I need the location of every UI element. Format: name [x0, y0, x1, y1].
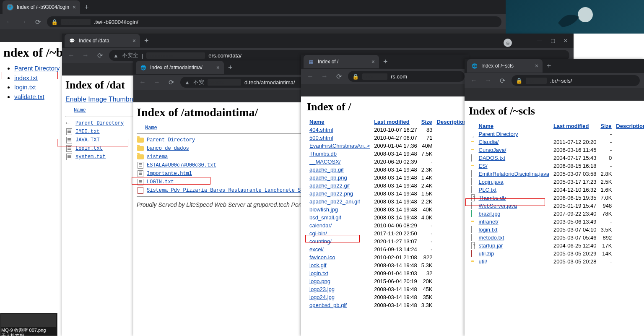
file-link[interactable]: Thumbs.db	[479, 195, 506, 201]
file-link[interactable]: IMEI.txt	[75, 129, 100, 135]
file-link[interactable]: lock.gif	[309, 262, 326, 268]
close-icon[interactable]: ×	[132, 37, 136, 44]
tab-active[interactable]: ▦ Index of / ×	[304, 55, 379, 68]
reload-button[interactable]: ⟳	[33, 17, 43, 27]
file-link[interactable]: startup.jar	[479, 242, 503, 249]
column-header[interactable]: Description	[616, 123, 644, 129]
list-item[interactable]: validate.txt	[14, 93, 44, 100]
file-link[interactable]: Parent Directory	[479, 131, 518, 137]
file-link[interactable]: PLC.txt	[479, 187, 497, 193]
profile-badge[interactable]: ◎	[504, 39, 512, 47]
back-button[interactable]: ←	[469, 76, 479, 86]
forward-button[interactable]: →	[18, 17, 29, 27]
file-link[interactable]: apache_pb.png	[309, 175, 347, 181]
back-button[interactable]: ←	[66, 50, 76, 60]
file-link[interactable]: CursoJava/	[479, 147, 506, 153]
close-icon[interactable]: ×	[535, 63, 538, 69]
file-link[interactable]: ESTALA#U00c7#U00c30.txt	[147, 162, 216, 168]
file-link[interactable]: Login.java	[479, 179, 504, 185]
file-link[interactable]: bsd_small.gif	[309, 214, 341, 221]
new-tab-button[interactable]: +	[543, 62, 556, 70]
file-link[interactable]: LOGIN.txt	[147, 179, 174, 185]
close-icon[interactable]: ×	[216, 64, 220, 71]
back-button[interactable]: ←	[305, 71, 315, 81]
list-item[interactable]: index.txt	[14, 74, 38, 81]
new-tab-button[interactable]: +	[379, 57, 392, 66]
file-link[interactable]: excel/	[309, 246, 324, 253]
file-link[interactable]: cgi-bin/	[309, 230, 327, 237]
column-header[interactable]: Name	[479, 123, 493, 129]
column-header[interactable]: Name	[309, 119, 324, 125]
reload-button[interactable]: ⟳	[166, 77, 176, 87]
forward-button[interactable]: →	[319, 71, 330, 81]
file-link[interactable]: favicon.ico	[309, 254, 335, 260]
reload-button[interactable]: ⟳	[95, 50, 105, 60]
back-button[interactable]: ←	[4, 17, 14, 27]
file-link[interactable]: logo24.jpg	[309, 294, 335, 300]
back-button[interactable]: ←	[138, 77, 148, 87]
taskbar-thumbnail[interactable]: MQ-9 收割者 007.png 无人机文档...	[0, 313, 57, 336]
file-link[interactable]: calendar/	[309, 222, 332, 229]
file-link[interactable]: counting/	[309, 238, 332, 245]
file-link[interactable]: login.txt	[309, 270, 328, 276]
new-tab-button[interactable]: +	[80, 3, 93, 12]
name-header[interactable]: Name	[74, 107, 86, 113]
file-link[interactable]: login.txt	[479, 227, 498, 233]
file-link[interactable]: EvanFirstChristmasAn..>	[309, 143, 370, 149]
file-link[interactable]: blowfish.jpg	[309, 206, 338, 213]
file-link[interactable]: util/	[479, 258, 487, 265]
url-input[interactable]: 🔒 xxxxxxx .tw/~b93004/login/	[47, 16, 501, 27]
file-link[interactable]: banco de dados	[147, 146, 189, 151]
tab-active[interactable]: 🌐 Index of /atmodaintima/ ×	[136, 61, 224, 74]
file-link[interactable]: brazil.jpg	[479, 211, 501, 217]
min-button[interactable]: —	[537, 38, 542, 44]
list-item[interactable]: login.txt	[14, 83, 36, 91]
list-item[interactable]: Parent Directory	[14, 65, 60, 72]
file-link[interactable]: Thumbs.db	[309, 151, 337, 157]
file-link[interactable]: JAVA.TXT	[75, 137, 100, 143]
file-link[interactable]: ES/	[479, 163, 488, 169]
max-button[interactable]: ▢	[551, 38, 555, 44]
file-link[interactable]: intranet/	[479, 219, 499, 225]
reload-button[interactable]: ⟳	[497, 76, 507, 86]
file-link[interactable]: system.txt	[75, 154, 106, 160]
file-link[interactable]: apache_pb22_ani.gif	[309, 198, 360, 205]
reload-button[interactable]: ⟳	[334, 71, 344, 81]
file-link[interactable]: openbsd_pb.gif	[309, 302, 347, 308]
file-link[interactable]: __MACOSX/	[309, 159, 340, 165]
column-header[interactable]: Description	[437, 119, 467, 125]
url-input[interactable]: 🔒 xxxx rs.com	[348, 71, 465, 82]
close-icon[interactable]: ×	[73, 4, 76, 10]
column-header[interactable]: Last modified	[374, 119, 410, 125]
file-link[interactable]: DADOS.txt	[479, 155, 506, 161]
file-link[interactable]: apache_pb22.gif	[309, 182, 350, 189]
tab-active[interactable]: 🌐 Index of /~scls ×	[467, 59, 543, 73]
file-link[interactable]: Claudia/	[479, 139, 499, 145]
new-tab-button[interactable]: +	[224, 63, 237, 72]
tab-active[interactable]: 💬 Index of /data ×	[65, 34, 140, 47]
file-link[interactable]: Importante.html	[147, 171, 192, 177]
file-link[interactable]: apache_pb.gif	[309, 167, 344, 173]
file-link[interactable]: WebServer.java	[479, 203, 517, 209]
file-link[interactable]: sistema	[147, 154, 168, 160]
file-link[interactable]: Parent Directory	[147, 137, 195, 143]
url-input[interactable]: 🔒 xxx .br/~scls/	[512, 75, 640, 86]
column-header[interactable]: Size	[601, 123, 612, 129]
close-window-button[interactable]: ✕	[564, 38, 568, 44]
file-link[interactable]: logo23.jpg	[309, 286, 335, 292]
close-icon[interactable]: ×	[371, 58, 375, 65]
file-link[interactable]: Login.txt	[75, 146, 103, 151]
file-link[interactable]: EmitirRelatorioDisciplina.java	[479, 171, 549, 177]
file-link[interactable]: 404.shtml	[309, 127, 333, 133]
forward-button[interactable]: →	[152, 77, 162, 87]
file-link[interactable]: logo.png	[309, 278, 330, 284]
new-tab-button[interactable]: +	[140, 36, 153, 45]
file-link[interactable]: util.zip	[479, 250, 494, 257]
forward-button[interactable]: →	[483, 76, 493, 86]
file-link[interactable]: metodo.txt	[479, 234, 504, 241]
enable-thumbnails-link[interactable]: Enable Image Thumbnails	[65, 96, 143, 103]
forward-button[interactable]: →	[80, 50, 91, 60]
column-header[interactable]: Size	[421, 119, 432, 125]
tab-active[interactable]: 🌐 Index of /~b93004/login ×	[3, 0, 80, 14]
file-link[interactable]: Parent Directory	[75, 120, 124, 126]
